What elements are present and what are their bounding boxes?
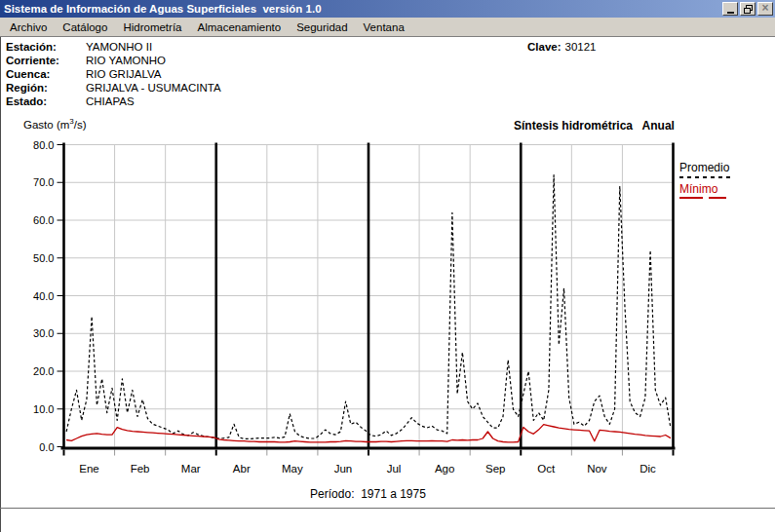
station-key: Clave:30121 [527, 41, 597, 53]
minimo-line-swatch [679, 197, 726, 199]
svg-text:Jul: Jul [387, 463, 402, 475]
station-key-label: Clave: [527, 41, 562, 53]
station-info: Estación: YAMONHO II Corriente: RIO YAMO… [6, 40, 221, 108]
window-left-border [0, 37, 1, 532]
content-bottom-divider [0, 508, 775, 509]
svg-text:50.0: 50.0 [33, 252, 54, 264]
window-controls: × [720, 2, 773, 16]
legend-label-promedio: Promedio [679, 161, 733, 174]
menu-item-catalogo[interactable]: Catálogo [55, 19, 115, 35]
menu-item-almacenamiento[interactable]: Almacenamiento [189, 19, 289, 35]
svg-text:Oct: Oct [537, 463, 556, 475]
station-row: Corriente: RIO YAMONHO [6, 54, 221, 67]
menu-bar: Archivo Catálogo Hidrometría Almacenamie… [0, 18, 775, 37]
close-button[interactable]: × [757, 2, 773, 16]
svg-text:20.0: 20.0 [33, 365, 54, 377]
svg-text:Ene: Ene [79, 463, 98, 475]
station-row: Estación: YAMONHO II [6, 40, 221, 54]
promedio-dashed-line-swatch [679, 176, 733, 178]
station-row: Región: GRIJALVA - USUMACINTA [6, 81, 221, 95]
station-field-label: Estado: [6, 95, 86, 108]
svg-text:May: May [282, 463, 303, 475]
station-field-label: Región: [6, 81, 86, 95]
menu-item-hidrometria[interactable]: Hidrometría [115, 19, 189, 35]
legend-label-minimo: Mínimo [679, 182, 733, 196]
station-field-label: Estación: [6, 40, 86, 54]
svg-text:Sep: Sep [485, 463, 505, 475]
station-key-value: 30121 [565, 41, 597, 53]
y-axis-title-suffix: /s) [74, 119, 87, 131]
svg-text:0.0: 0.0 [39, 441, 54, 453]
station-field-label: Cuenca: [6, 67, 86, 81]
station-row: Cuenca: RIO GRIJALVA [6, 67, 221, 81]
svg-text:Nov: Nov [587, 463, 607, 475]
station-row: Estado: CHIAPAS [6, 95, 221, 108]
station-field-value: CHIAPAS [86, 95, 135, 108]
menu-item-ventana[interactable]: Ventana [356, 19, 412, 35]
station-field-label: Corriente: [6, 54, 86, 67]
period-caption: Período: 1971 a 1975 [63, 487, 673, 501]
svg-text:Feb: Feb [131, 463, 150, 475]
title-bar: Sistema de Información de Aguas Superfic… [0, 0, 775, 18]
minimize-button[interactable] [722, 2, 738, 16]
svg-text:70.0: 70.0 [33, 176, 54, 188]
station-field-value: GRIJALVA - USUMACINTA [86, 81, 221, 95]
svg-text:40.0: 40.0 [33, 290, 54, 302]
close-icon: × [761, 1, 768, 15]
minimize-icon [727, 12, 734, 14]
svg-text:Abr: Abr [233, 463, 251, 475]
y-axis-title: Gasto (m3/s) [23, 117, 87, 131]
y-axis-title-text: Gasto (m [23, 119, 69, 131]
station-field-value: RIO GRIJALVA [86, 67, 162, 81]
station-field-value: RIO YAMONHO [86, 54, 166, 67]
restore-button[interactable] [740, 2, 756, 16]
svg-text:Dic: Dic [639, 463, 656, 475]
station-field-value: YAMONHO II [86, 40, 152, 54]
svg-text:60.0: 60.0 [33, 214, 54, 226]
chart-legend: Promedio Mínimo [679, 161, 733, 199]
svg-text:Ago: Ago [435, 463, 454, 475]
restore-icon [744, 5, 753, 14]
svg-text:10.0: 10.0 [33, 403, 54, 415]
menu-item-seguridad[interactable]: Seguridad [289, 19, 355, 35]
svg-text:Mar: Mar [181, 463, 201, 475]
chart-title: Síntesis hidrométrica Anual [514, 119, 675, 133]
window-title: Sistema de Información de Aguas Superfic… [0, 3, 322, 15]
application-window: Sistema de Información de Aguas Superfic… [0, 0, 775, 532]
menu-item-archivo[interactable]: Archivo [2, 19, 55, 35]
svg-text:30.0: 30.0 [33, 327, 54, 339]
svg-text:80.0: 80.0 [33, 139, 54, 151]
svg-text:Jun: Jun [334, 463, 353, 475]
